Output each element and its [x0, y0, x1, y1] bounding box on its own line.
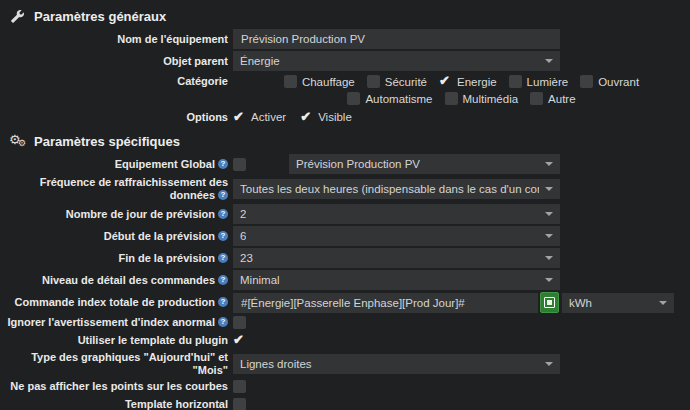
graph-type-select[interactable]: Lignes droites [233, 354, 560, 374]
refresh-frequency-select[interactable]: Toutes les deux heures (indispensable da… [233, 179, 560, 199]
checkbox-securite[interactable] [367, 75, 380, 88]
equipment-name-input[interactable] [233, 29, 560, 49]
category-energie[interactable]: Energie [439, 75, 497, 88]
option-activer-label: Activer [251, 111, 286, 123]
equipement-global-value: Prévision Production PV [296, 158, 420, 170]
checkbox-chauffage[interactable] [284, 75, 297, 88]
row-parent-object: Objet parent Énergie [0, 51, 690, 71]
option-visible-label: Visible [318, 111, 352, 123]
parent-object-select[interactable]: Énergie [233, 51, 560, 71]
unit-value: kWh [569, 297, 592, 309]
checkbox-autre[interactable] [530, 92, 543, 105]
row-options: Options Activer Visible [0, 109, 690, 125]
chevron-down-icon [545, 234, 553, 238]
hide-curve-points-label: Ne pas afficher les points sur les courb… [0, 380, 228, 393]
category-autre[interactable]: Autre [530, 92, 576, 105]
row-graph-type: Type des graphiques "Aujourd'hui" et "Mo… [0, 351, 690, 377]
use-plugin-template-checkbox[interactable] [233, 334, 246, 347]
category-ouvrant-label: Ouvrant [598, 76, 639, 88]
checkbox-ouvrant[interactable] [580, 75, 593, 88]
section-title-specific: Paramètres spécifiques [34, 134, 180, 149]
forecast-start-value: 6 [240, 230, 246, 242]
horizontal-template-checkbox[interactable] [233, 398, 246, 410]
options-label: Options [0, 111, 228, 124]
help-icon[interactable] [218, 275, 228, 285]
parent-object-value: Énergie [240, 55, 280, 67]
help-icon[interactable] [218, 317, 228, 327]
forecast-days-select[interactable]: 2 [233, 204, 560, 224]
help-icon[interactable] [218, 190, 228, 200]
checkbox-visible[interactable] [300, 111, 313, 124]
use-plugin-template-label: Utiliser le template du plugin [0, 334, 228, 347]
checkbox-multimedia[interactable] [445, 92, 458, 105]
forecast-days-value: 2 [240, 208, 246, 220]
help-icon[interactable] [218, 231, 228, 241]
command-detail-level-select[interactable]: Minimal [233, 270, 560, 290]
command-search-button[interactable] [540, 292, 559, 313]
category-label: Catégorie [0, 73, 228, 88]
list-alt-icon [544, 297, 555, 308]
category-multimedia[interactable]: Multimédia [445, 92, 519, 105]
forecast-start-select[interactable]: 6 [233, 226, 560, 246]
row-command-detail-level: Niveau de détail des commandes Minimal [0, 270, 690, 290]
help-icon[interactable] [218, 159, 228, 169]
row-refresh-frequency: Fréquence de raffraichissement des donné… [0, 176, 690, 202]
parent-object-label: Objet parent [0, 55, 228, 68]
forecast-days-label: Nombre de jour de prévision [0, 208, 228, 221]
help-icon[interactable] [218, 297, 228, 307]
chevron-down-icon [545, 162, 553, 166]
unit-select[interactable]: kWh [562, 293, 674, 313]
category-chauffage-label: Chauffage [302, 76, 355, 88]
chevron-down-icon [545, 256, 553, 260]
option-activer[interactable]: Activer [233, 111, 286, 124]
forecast-end-value: 23 [240, 252, 253, 264]
graph-type-label: Type des graphiques "Aujourd'hui" et "Mo… [0, 351, 228, 377]
checkbox-activer[interactable] [233, 111, 246, 124]
ignore-abnormal-index-checkbox[interactable] [233, 316, 246, 329]
section-header-general: Paramètres généraux [0, 4, 690, 29]
row-ignore-abnormal-index: Ignorer l'avertissement d'index anormal [0, 315, 690, 329]
checkbox-automatisme[interactable] [347, 92, 360, 105]
checkbox-energie[interactable] [439, 75, 452, 88]
production-index-command-input[interactable] [233, 293, 538, 313]
row-hide-curve-points: Ne pas afficher les points sur les courb… [0, 379, 690, 393]
checkbox-lumiere[interactable] [509, 75, 522, 88]
row-category: Catégorie Chauffage Sécurité Energie Lum… [0, 73, 690, 107]
category-energie-label: Energie [457, 76, 497, 88]
row-forecast-days: Nombre de jour de prévision 2 [0, 204, 690, 224]
forecast-start-label: Début de la prévision [0, 230, 228, 243]
forecast-end-label: Fin de la prévision [0, 252, 228, 265]
category-line-2: Automatisme Multimédia Autre [347, 90, 575, 107]
category-ouvrant[interactable]: Ouvrant [580, 75, 639, 88]
category-automatisme-label: Automatisme [365, 93, 432, 105]
equipement-global-checkbox[interactable] [233, 158, 246, 171]
command-detail-level-value: Minimal [240, 274, 280, 286]
help-icon[interactable] [218, 253, 228, 263]
chevron-down-icon [545, 362, 553, 366]
category-lumiere-label: Lumière [527, 76, 569, 88]
chevron-down-icon [545, 212, 553, 216]
chevron-down-icon [659, 301, 667, 305]
ignore-abnormal-index-label: Ignorer l'avertissement d'index anormal [0, 316, 228, 329]
category-automatisme[interactable]: Automatisme [347, 92, 432, 105]
option-visible[interactable]: Visible [300, 111, 352, 124]
category-line-1: Chauffage Sécurité Energie Lumière Ouvra… [284, 73, 639, 90]
row-use-plugin-template: Utiliser le template du plugin [0, 333, 690, 347]
forecast-end-select[interactable]: 23 [233, 248, 560, 268]
equipement-global-label: Equipement Global [0, 158, 228, 171]
category-chauffage[interactable]: Chauffage [284, 75, 355, 88]
equipment-name-label: Nom de l'équipement [0, 33, 228, 46]
hide-curve-points-checkbox[interactable] [233, 380, 246, 393]
row-production-index-command: Commande index totale de production kWh [0, 292, 690, 313]
row-equipment-name: Nom de l'équipement [0, 29, 690, 49]
help-icon[interactable] [218, 209, 228, 219]
equipement-global-select[interactable]: Prévision Production PV [289, 154, 560, 174]
category-securite-label: Sécurité [385, 76, 427, 88]
refresh-frequency-value: Toutes les deux heures (indispensable da… [240, 183, 539, 195]
gears-icon: ⚙⚙ [10, 134, 25, 149]
category-multimedia-label: Multimédia [463, 93, 519, 105]
category-lumiere[interactable]: Lumière [509, 75, 569, 88]
category-securite[interactable]: Sécurité [367, 75, 427, 88]
production-index-command-label: Commande index totale de production [0, 296, 228, 309]
chevron-down-icon [545, 59, 553, 63]
